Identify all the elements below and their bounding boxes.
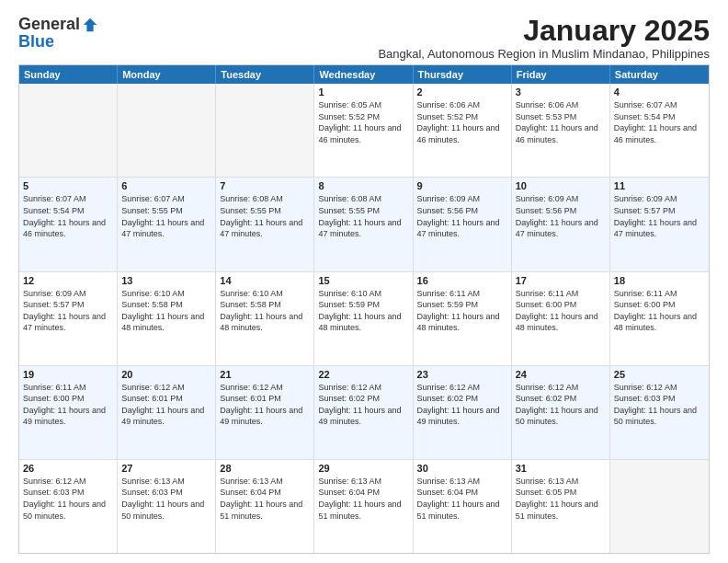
day-info: Sunrise: 6:08 AM Sunset: 5:55 PM Dayligh… — [318, 193, 408, 239]
day-number: 2 — [417, 86, 507, 98]
day-info: Sunrise: 6:13 AM Sunset: 6:05 PM Dayligh… — [516, 476, 606, 522]
calendar-cell: 10Sunrise: 6:09 AM Sunset: 5:56 PM Dayli… — [512, 178, 610, 270]
day-number: 26 — [23, 463, 113, 474]
calendar-row: 5Sunrise: 6:07 AM Sunset: 5:54 PM Daylig… — [19, 178, 709, 271]
calendar-cell: 16Sunrise: 6:11 AM Sunset: 5:59 PM Dayli… — [414, 272, 512, 365]
day-info: Sunrise: 6:11 AM Sunset: 6:00 PM Dayligh… — [516, 288, 606, 334]
calendar-cell: 24Sunrise: 6:12 AM Sunset: 6:02 PM Dayli… — [512, 366, 610, 459]
calendar-cell: 7Sunrise: 6:08 AM Sunset: 5:55 PM Daylig… — [216, 178, 314, 270]
calendar-cell: 6Sunrise: 6:07 AM Sunset: 5:55 PM Daylig… — [118, 178, 216, 270]
calendar-header-day: Thursday — [414, 65, 512, 84]
day-info: Sunrise: 6:09 AM Sunset: 5:57 PM Dayligh… — [23, 288, 113, 334]
calendar-cell: 30Sunrise: 6:13 AM Sunset: 6:04 PM Dayli… — [414, 460, 512, 553]
day-info: Sunrise: 6:12 AM Sunset: 6:03 PM Dayligh… — [614, 382, 705, 428]
day-info: Sunrise: 6:13 AM Sunset: 6:04 PM Dayligh… — [417, 476, 507, 522]
calendar-row: 26Sunrise: 6:12 AM Sunset: 6:03 PM Dayli… — [19, 460, 709, 553]
day-number: 16 — [417, 275, 507, 286]
calendar-cell: 17Sunrise: 6:11 AM Sunset: 6:00 PM Dayli… — [512, 272, 610, 365]
day-number: 17 — [516, 275, 606, 286]
day-number: 25 — [614, 369, 705, 380]
day-info: Sunrise: 6:11 AM Sunset: 5:59 PM Dayligh… — [417, 288, 507, 334]
calendar-cell: 23Sunrise: 6:12 AM Sunset: 6:02 PM Dayli… — [414, 366, 512, 459]
calendar-header-day: Wednesday — [314, 65, 413, 84]
calendar-cell: 15Sunrise: 6:10 AM Sunset: 5:59 PM Dayli… — [314, 272, 413, 365]
calendar-cell: 21Sunrise: 6:12 AM Sunset: 6:01 PM Dayli… — [216, 366, 314, 459]
day-info: Sunrise: 6:11 AM Sunset: 6:00 PM Dayligh… — [23, 382, 113, 428]
day-number: 7 — [220, 180, 310, 191]
day-number: 24 — [516, 369, 606, 380]
calendar-row: 19Sunrise: 6:11 AM Sunset: 6:00 PM Dayli… — [19, 366, 709, 460]
day-info: Sunrise: 6:12 AM Sunset: 6:02 PM Dayligh… — [318, 382, 408, 428]
day-info: Sunrise: 6:12 AM Sunset: 6:02 PM Dayligh… — [516, 382, 606, 428]
day-info: Sunrise: 6:11 AM Sunset: 6:00 PM Dayligh… — [614, 288, 705, 334]
day-number: 12 — [23, 275, 113, 286]
day-number: 22 — [318, 369, 408, 380]
logo: General Blue — [18, 15, 98, 52]
day-number: 18 — [614, 275, 705, 286]
day-number: 1 — [318, 86, 408, 98]
calendar-header-row: SundayMondayTuesdayWednesdayThursdayFrid… — [19, 65, 709, 84]
calendar-cell: 14Sunrise: 6:10 AM Sunset: 5:58 PM Dayli… — [216, 272, 314, 365]
calendar-cell — [610, 460, 709, 553]
header: General Blue January 2025 Bangkal, Auton… — [18, 15, 710, 61]
calendar-cell: 31Sunrise: 6:13 AM Sunset: 6:05 PM Dayli… — [512, 460, 610, 553]
day-number: 27 — [121, 463, 211, 474]
calendar-cell: 12Sunrise: 6:09 AM Sunset: 5:57 PM Dayli… — [19, 272, 118, 365]
day-info: Sunrise: 6:09 AM Sunset: 5:56 PM Dayligh… — [417, 193, 507, 239]
calendar-cell: 13Sunrise: 6:10 AM Sunset: 5:58 PM Dayli… — [118, 272, 216, 365]
calendar-cell: 25Sunrise: 6:12 AM Sunset: 6:03 PM Dayli… — [610, 366, 709, 459]
calendar-cell: 28Sunrise: 6:13 AM Sunset: 6:04 PM Dayli… — [216, 460, 314, 553]
logo-general-text: General — [18, 15, 80, 34]
svg-marker-0 — [84, 17, 97, 30]
day-info: Sunrise: 6:12 AM Sunset: 6:01 PM Dayligh… — [220, 382, 310, 428]
day-number: 14 — [220, 275, 310, 286]
calendar-cell: 29Sunrise: 6:13 AM Sunset: 6:04 PM Dayli… — [314, 460, 413, 553]
day-info: Sunrise: 6:07 AM Sunset: 5:54 PM Dayligh… — [614, 99, 705, 145]
day-number: 20 — [121, 369, 211, 380]
logo-blue-text: Blue — [18, 32, 54, 51]
calendar-header-day: Monday — [118, 65, 216, 84]
day-info: Sunrise: 6:10 AM Sunset: 5:58 PM Dayligh… — [121, 288, 211, 334]
calendar-cell — [216, 84, 314, 177]
calendar-cell: 3Sunrise: 6:06 AM Sunset: 5:53 PM Daylig… — [512, 84, 610, 177]
day-number: 4 — [614, 86, 705, 98]
day-number: 21 — [220, 369, 310, 380]
calendar-cell: 9Sunrise: 6:09 AM Sunset: 5:56 PM Daylig… — [414, 178, 512, 270]
calendar-cell: 27Sunrise: 6:13 AM Sunset: 6:03 PM Dayli… — [118, 460, 216, 553]
day-number: 5 — [23, 180, 113, 191]
calendar-header-day: Saturday — [610, 65, 709, 84]
day-info: Sunrise: 6:12 AM Sunset: 6:03 PM Dayligh… — [23, 476, 113, 522]
day-number: 6 — [121, 180, 211, 191]
calendar-cell: 4Sunrise: 6:07 AM Sunset: 5:54 PM Daylig… — [610, 84, 709, 177]
calendar-cell: 18Sunrise: 6:11 AM Sunset: 6:00 PM Dayli… — [610, 272, 709, 365]
day-number: 28 — [220, 463, 310, 474]
calendar-cell — [19, 84, 118, 177]
day-info: Sunrise: 6:06 AM Sunset: 5:52 PM Dayligh… — [417, 99, 507, 145]
day-info: Sunrise: 6:12 AM Sunset: 6:02 PM Dayligh… — [417, 382, 507, 428]
location-title: Bangkal, Autonomous Region in Muslim Min… — [98, 47, 710, 61]
day-info: Sunrise: 6:10 AM Sunset: 5:59 PM Dayligh… — [318, 288, 408, 334]
day-number: 8 — [318, 180, 408, 191]
calendar-cell: 19Sunrise: 6:11 AM Sunset: 6:00 PM Dayli… — [19, 366, 118, 459]
day-number: 31 — [516, 463, 606, 474]
day-number: 15 — [318, 275, 408, 286]
calendar-row: 12Sunrise: 6:09 AM Sunset: 5:57 PM Dayli… — [19, 272, 709, 366]
calendar-cell: 1Sunrise: 6:05 AM Sunset: 5:52 PM Daylig… — [314, 84, 413, 177]
day-number: 13 — [121, 275, 211, 286]
calendar-row: 1Sunrise: 6:05 AM Sunset: 5:52 PM Daylig… — [19, 84, 709, 178]
title-block: January 2025 Bangkal, Autonomous Region … — [98, 15, 710, 61]
day-info: Sunrise: 6:13 AM Sunset: 6:04 PM Dayligh… — [318, 476, 408, 522]
calendar-cell: 2Sunrise: 6:06 AM Sunset: 5:52 PM Daylig… — [414, 84, 512, 177]
calendar-header-day: Tuesday — [216, 65, 314, 84]
day-number: 30 — [417, 463, 507, 474]
page: General Blue January 2025 Bangkal, Auton… — [0, 0, 728, 563]
calendar-cell: 11Sunrise: 6:09 AM Sunset: 5:57 PM Dayli… — [610, 178, 709, 270]
calendar-header-day: Friday — [512, 65, 610, 84]
calendar-cell: 26Sunrise: 6:12 AM Sunset: 6:03 PM Dayli… — [19, 460, 118, 553]
day-number: 3 — [516, 86, 606, 98]
day-info: Sunrise: 6:12 AM Sunset: 6:01 PM Dayligh… — [121, 382, 211, 428]
calendar-cell: 5Sunrise: 6:07 AM Sunset: 5:54 PM Daylig… — [19, 178, 118, 270]
calendar: SundayMondayTuesdayWednesdayThursdayFrid… — [18, 64, 710, 554]
day-info: Sunrise: 6:10 AM Sunset: 5:58 PM Dayligh… — [220, 288, 310, 334]
day-info: Sunrise: 6:08 AM Sunset: 5:55 PM Dayligh… — [220, 193, 310, 239]
